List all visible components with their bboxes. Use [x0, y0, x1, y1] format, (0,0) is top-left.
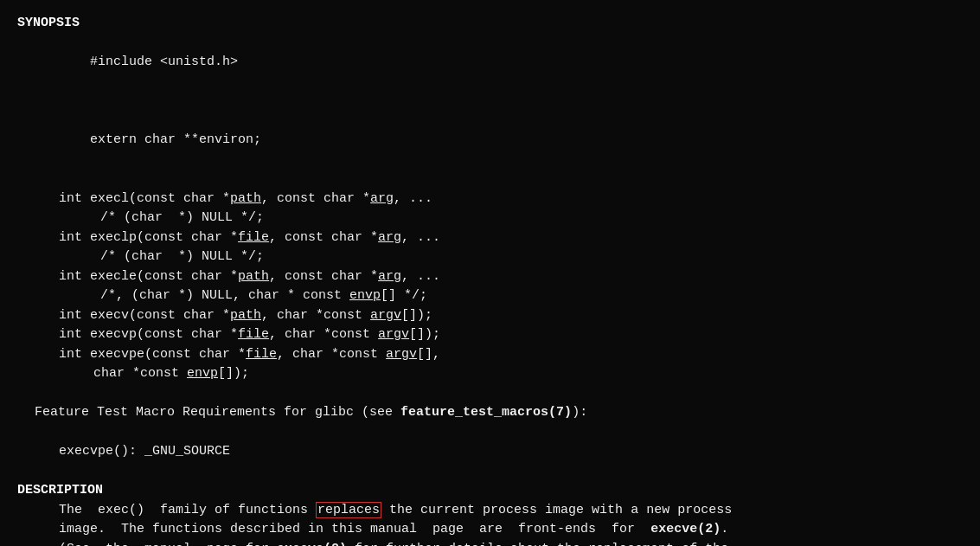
- execle-arg-link[interactable]: arg: [378, 269, 401, 284]
- execv-argv-link[interactable]: argv: [370, 308, 401, 323]
- include-text: #include <unistd.h>: [90, 55, 238, 69]
- execve-bold-1[interactable]: execve(2): [650, 522, 721, 536]
- synopsis-section: SYNOPSIS #include <unistd.h> extern char…: [17, 14, 963, 462]
- execlp-arg-link[interactable]: arg: [378, 230, 401, 245]
- execvp-argv-link[interactable]: argv: [378, 327, 409, 342]
- execvpe-gnu-line: execvpe(): _GNU_SOURCE: [17, 442, 963, 462]
- execlp-file-link[interactable]: file: [238, 230, 269, 245]
- blank-line-4: [17, 423, 963, 443]
- execvp-file-link[interactable]: file: [238, 327, 269, 342]
- synopsis-heading: SYNOPSIS: [17, 14, 963, 34]
- extern-line: extern char **environ;: [17, 112, 963, 170]
- execvpe-argv-link[interactable]: argv: [386, 347, 417, 362]
- blank-line-2: [17, 170, 963, 189]
- replaces-highlight: replaces: [316, 502, 381, 518]
- execvpe-file-link[interactable]: file: [246, 347, 277, 362]
- blank-line-1: [17, 92, 963, 112]
- description-section: DESCRIPTION The exec() family of functio…: [17, 481, 963, 546]
- description-line2: image. The functions described in this m…: [17, 520, 963, 540]
- execvpe-line2: char *const envp[]);: [17, 364, 963, 384]
- feature-test-line: Feature Test Macro Requirements for glib…: [17, 403, 963, 423]
- execlp-cont: /* (char *) NULL */;: [17, 247, 963, 267]
- execvpe-envp-link[interactable]: envp: [187, 366, 218, 381]
- execv-path-link[interactable]: path: [230, 308, 261, 323]
- execvpe-line1: int execvpe(const char *file, char *cons…: [17, 345, 963, 365]
- execle-line: int execle(const char *path, const char …: [17, 267, 963, 287]
- execl-path-link[interactable]: path: [230, 191, 261, 206]
- blank-line-3: [17, 384, 963, 404]
- execvpe-gnu-text: execvpe(): _GNU_SOURCE: [59, 444, 230, 459]
- execl-line: int execl(const char *path, const char *…: [17, 189, 963, 209]
- execv-line: int execv(const char *path, char *const …: [17, 306, 963, 326]
- execle-cont: /*, (char *) NULL, char * const envp[] *…: [17, 286, 963, 306]
- description-line1: The exec() family of functions replaces …: [17, 501, 963, 521]
- extern-text: extern char **environ;: [90, 132, 261, 147]
- description-heading: DESCRIPTION: [17, 481, 963, 501]
- include-line: #include <unistd.h>: [17, 34, 963, 93]
- blank-line-5: [17, 462, 963, 482]
- execle-envp-link[interactable]: envp: [349, 288, 381, 303]
- description-line3: (See the manual page for execve(2) for f…: [17, 540, 963, 547]
- execl-arg-link[interactable]: arg: [370, 191, 394, 206]
- execlp-line: int execlp(const char *file, const char …: [17, 228, 963, 248]
- execl-cont: /* (char *) NULL */;: [17, 209, 963, 228]
- execvp-line: int execvp(const char *file, char *const…: [17, 325, 963, 345]
- execve-bold-2[interactable]: execve(2): [277, 542, 347, 547]
- execle-path-link[interactable]: path: [238, 269, 269, 284]
- feature-test-bold[interactable]: feature_test_macros(7): [400, 405, 572, 420]
